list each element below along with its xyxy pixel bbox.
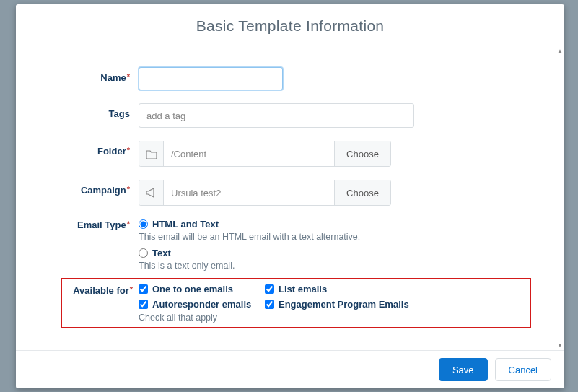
folder-icon: [139, 141, 164, 166]
help-available-for: Check all that apply: [139, 313, 420, 323]
row-name: Name*: [16, 67, 564, 90]
modal-body: ▲ ▼ Name* Tags add a tag Folder*: [16, 45, 564, 350]
check-engagement-program-input[interactable]: [265, 300, 274, 309]
available-for-options: One to one emails List emails Autorespon…: [139, 284, 420, 310]
modal-footer: Save Cancel: [16, 350, 564, 388]
radio-text-input[interactable]: [139, 248, 148, 258]
required-icon: *: [127, 219, 130, 228]
folder-picker: /Content Choose: [139, 141, 391, 167]
radio-text[interactable]: Text: [139, 248, 414, 258]
tags-input[interactable]: add a tag: [139, 103, 414, 128]
label-name: Name*: [16, 67, 139, 83]
required-icon: *: [130, 285, 133, 294]
help-html-text: This email will be an HTML email with a …: [139, 232, 414, 242]
check-one-to-one[interactable]: One to one emails: [139, 284, 265, 295]
label-folder: Folder*: [16, 141, 139, 157]
check-autoresponder-input[interactable]: [139, 300, 148, 309]
label-campaign: Campaign*: [16, 180, 139, 196]
save-button[interactable]: Save: [439, 358, 488, 381]
scrollbar-up-icon[interactable]: ▲: [556, 45, 564, 56]
check-autoresponder[interactable]: Autoresponder emails: [139, 299, 265, 310]
radio-html-text-input[interactable]: [139, 219, 148, 229]
row-campaign: Campaign* Ursula test2 Choose: [16, 180, 564, 206]
check-engagement-program[interactable]: Engagement Program Emails: [265, 299, 420, 310]
required-icon: *: [127, 72, 130, 81]
label-available-for: Available for*: [68, 284, 139, 296]
available-for-highlight: Available for* One to one emails List em…: [61, 278, 531, 328]
modal-title: Basic Template Information: [30, 17, 550, 35]
campaign-value[interactable]: Ursula test2: [164, 180, 334, 205]
row-folder: Folder* /Content Choose: [16, 141, 564, 167]
required-icon: *: [127, 185, 130, 193]
check-list-emails-input[interactable]: [265, 284, 274, 294]
radio-html-text[interactable]: HTML and Text: [139, 219, 414, 230]
row-email-type: Email Type* HTML and Text This email wil…: [16, 219, 564, 271]
scrollbar-down-icon[interactable]: ▼: [556, 340, 564, 350]
folder-choose-button[interactable]: Choose: [334, 141, 390, 166]
required-icon: *: [127, 146, 130, 154]
label-tags: Tags: [16, 103, 139, 119]
help-text-only: This is a text only email.: [139, 261, 414, 271]
label-email-type: Email Type*: [16, 219, 139, 230]
cancel-button[interactable]: Cancel: [495, 358, 551, 381]
modal-header: Basic Template Information: [16, 4, 564, 45]
row-tags: Tags add a tag: [16, 103, 564, 128]
scrollbar[interactable]: ▲ ▼: [556, 45, 564, 350]
campaign-picker: Ursula test2 Choose: [139, 180, 391, 206]
campaign-choose-button[interactable]: Choose: [334, 180, 390, 205]
check-list-emails[interactable]: List emails: [265, 284, 420, 295]
modal-dialog: Basic Template Information ▲ ▼ Name* Tag…: [16, 4, 564, 388]
campaign-icon: [139, 180, 164, 205]
check-one-to-one-input[interactable]: [139, 284, 148, 294]
folder-value[interactable]: /Content: [164, 141, 334, 166]
name-input[interactable]: [139, 67, 283, 90]
